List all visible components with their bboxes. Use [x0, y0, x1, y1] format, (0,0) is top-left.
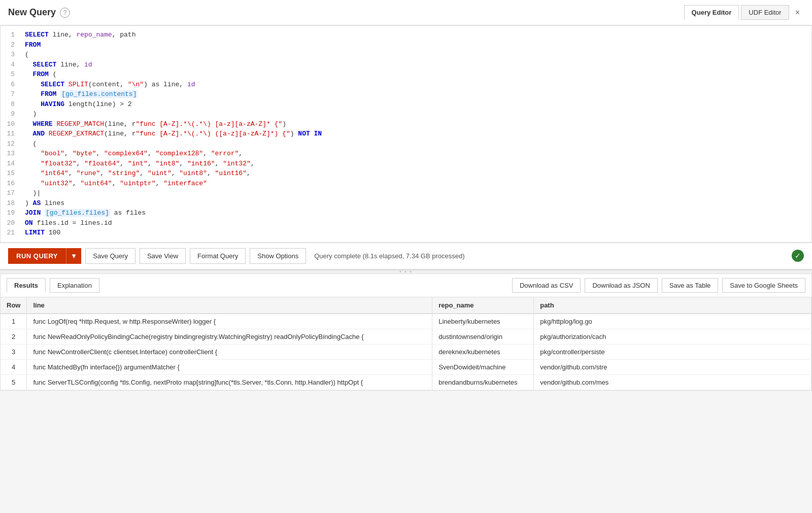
- line-number: 9: [7, 109, 15, 119]
- cell-repo: SvenDowideit/machine: [432, 359, 534, 374]
- line-number: 3: [7, 50, 15, 60]
- code-line: FROM (: [25, 70, 807, 80]
- table-row: 2 func NewReadOnlyPolicyBindingCache(reg…: [1, 329, 811, 344]
- code-line: ) AS lines: [25, 198, 807, 209]
- run-dropdown-button[interactable]: ▼: [66, 248, 81, 264]
- header-tabs: Query Editor UDF Editor ×: [684, 5, 804, 20]
- save-to-sheets-button[interactable]: Save to Google Sheets: [722, 278, 805, 293]
- app-header: New Query ? Query Editor UDF Editor ×: [0, 0, 812, 25]
- tab-results[interactable]: Results: [7, 278, 46, 293]
- cell-row-num: 3: [1, 344, 27, 359]
- drag-handle[interactable]: • • •: [0, 270, 812, 274]
- cell-path: vendor/github.com/mes: [534, 374, 811, 390]
- format-query-button[interactable]: Format Query: [190, 248, 246, 264]
- download-json-button[interactable]: Download as JSON: [585, 278, 657, 293]
- line-number: 4: [7, 60, 15, 70]
- code-line: SELECT line, id: [25, 60, 807, 70]
- line-number: 16: [7, 179, 15, 189]
- help-icon[interactable]: ?: [60, 8, 70, 18]
- line-number: 12: [7, 139, 15, 149]
- page-title: New Query: [8, 7, 56, 18]
- table-row: 5 func ServerTLSConfig(config *tls.Confi…: [1, 374, 811, 390]
- code-line: ON files.id = lines.id: [25, 218, 807, 228]
- line-number: 1: [7, 30, 15, 40]
- cell-path: pkg/controller/persiste: [534, 344, 811, 359]
- col-header-repo: repo_name: [432, 297, 534, 314]
- code-editor-container[interactable]: 123456789101112131415161718192021 SELECT…: [0, 25, 812, 243]
- header-left: New Query ?: [8, 7, 70, 18]
- query-status: Query complete (8.1s elapsed, 7.34 GB pr…: [314, 252, 788, 260]
- code-line: FROM: [25, 40, 807, 50]
- code-line: AND REGEXP_EXTRACT(line, r"func [A-Z].*\…: [25, 129, 807, 139]
- line-number: 20: [7, 218, 15, 228]
- code-line: SELECT line, repo_name, path: [25, 30, 807, 40]
- code-line: LIMIT 100: [25, 228, 807, 238]
- code-line: HAVING length(line) > 2: [25, 99, 807, 110]
- cell-path: pkg/httplog/log.go: [534, 314, 811, 329]
- cell-line: func MatchedBy(fn interface{}) argumentM…: [27, 359, 432, 374]
- run-button-group: RUN QUERY ▼: [8, 248, 81, 264]
- cell-repo: brendandburns/kubernetes: [432, 374, 534, 390]
- editor-section: 123456789101112131415161718192021 SELECT…: [0, 25, 812, 270]
- code-line: WHERE REGEXP_MATCH(line, r"func [A-Z].*\…: [25, 119, 807, 129]
- cell-line: func ServerTLSConfig(config *tls.Config,…: [27, 374, 432, 390]
- tab-query-editor[interactable]: Query Editor: [684, 5, 739, 20]
- line-number: 6: [7, 80, 15, 90]
- cell-path: pkg/authorization/cach: [534, 329, 811, 344]
- code-line: "int64", "rune", "string", "uint", "uint…: [25, 168, 807, 179]
- code-line: (: [25, 50, 807, 60]
- line-number: 14: [7, 159, 15, 169]
- table-row: 3 func NewControllerClient(c clientset.I…: [1, 344, 811, 359]
- line-numbers: 123456789101112131415161718192021: [1, 30, 21, 238]
- code-line: (: [25, 139, 807, 149]
- cell-row-num: 1: [1, 314, 27, 329]
- col-header-line: line: [27, 297, 432, 314]
- run-query-button[interactable]: RUN QUERY: [8, 248, 66, 264]
- line-number: 13: [7, 149, 15, 159]
- col-header-path: path: [534, 297, 811, 314]
- cell-repo: dustintownsend/origin: [432, 329, 534, 344]
- cell-row-num: 2: [1, 329, 27, 344]
- cell-repo: dereknex/kubernetes: [432, 344, 534, 359]
- tab-explanation[interactable]: Explanation: [50, 278, 99, 293]
- cell-line: func NewControllerClient(c clientset.Int…: [27, 344, 432, 359]
- line-number: 19: [7, 208, 15, 218]
- query-toolbar: RUN QUERY ▼ Save Query Save View Format …: [0, 243, 812, 269]
- code-line: )|: [25, 188, 807, 198]
- results-table: Row line repo_name path 1 func LogOf(req…: [1, 297, 811, 390]
- code-line: "float32", "float64", "int", "int8", "in…: [25, 159, 807, 169]
- cell-line: func NewReadOnlyPolicyBindingCache(regis…: [27, 329, 432, 344]
- code-line: "uint32", "uint64", "uintptr", "interfac…: [25, 179, 807, 189]
- line-number: 7: [7, 89, 15, 99]
- show-options-button[interactable]: Show Options: [250, 248, 306, 264]
- line-number: 21: [7, 228, 15, 238]
- code-line: ): [25, 109, 807, 119]
- cell-path: vendor/github.com/stre: [534, 359, 811, 374]
- line-number: 8: [7, 99, 15, 110]
- download-csv-button[interactable]: Download as CSV: [512, 278, 581, 293]
- line-number: 17: [7, 188, 15, 198]
- tab-udf-editor[interactable]: UDF Editor: [741, 5, 789, 20]
- save-view-button[interactable]: Save View: [140, 248, 186, 264]
- col-header-row: Row: [1, 297, 27, 314]
- line-number: 2: [7, 40, 15, 50]
- close-button[interactable]: ×: [791, 6, 804, 19]
- cell-row-num: 4: [1, 359, 27, 374]
- results-container: Results Explanation Download as CSV Down…: [0, 274, 812, 391]
- line-number: 10: [7, 119, 15, 129]
- line-number: 15: [7, 168, 15, 179]
- table-header-row: Row line repo_name path: [1, 297, 811, 314]
- success-icon: ✓: [792, 250, 804, 262]
- code-line: FROM [go_files.contents]: [25, 89, 807, 99]
- code-editor[interactable]: 123456789101112131415161718192021 SELECT…: [1, 26, 811, 242]
- code-line: JOIN [go_files.files] as files: [25, 208, 807, 218]
- line-number: 11: [7, 129, 15, 139]
- table-row: 1 func LogOf(req *http.Request, w http.R…: [1, 314, 811, 329]
- cell-repo: Lineberty/kubernetes: [432, 314, 534, 329]
- cell-line: func LogOf(req *http.Request, w http.Res…: [27, 314, 432, 329]
- save-query-button[interactable]: Save Query: [85, 248, 136, 264]
- code-content[interactable]: SELECT line, repo_name, pathFROM( SELECT…: [21, 30, 811, 238]
- results-toolbar: Results Explanation Download as CSV Down…: [1, 274, 811, 297]
- line-number: 18: [7, 198, 15, 209]
- save-as-table-button[interactable]: Save as Table: [662, 278, 718, 293]
